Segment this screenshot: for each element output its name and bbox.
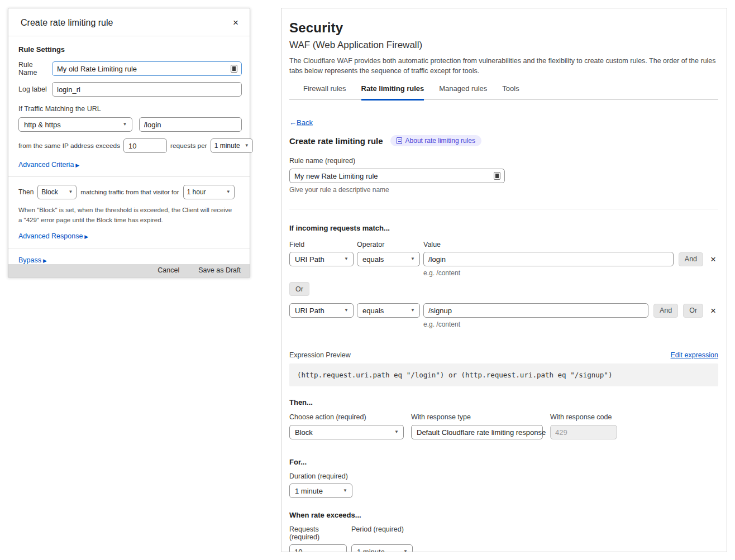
log-label-label: Log label: [18, 85, 52, 93]
action-select[interactable]: Block ▼: [37, 185, 77, 199]
bypass-link[interactable]: Bypass▶: [18, 256, 47, 264]
block-note: When "Block" is set, when the threshold …: [18, 205, 233, 226]
expression-preview-label: Expression Preview: [289, 351, 351, 359]
period-label: Period (required): [351, 525, 404, 541]
doc-icon: [397, 137, 402, 144]
page-description: The Cloudflare WAF provides both automat…: [289, 56, 718, 76]
chevron-down-icon: ▼: [226, 190, 231, 194]
password-manager-icon[interactable]: [231, 65, 237, 73]
chevron-down-icon: ▼: [394, 430, 399, 434]
response-type-select[interactable]: Default Cloudflare rate limiting respons…: [411, 425, 543, 439]
dialog-title: Create rate limiting rule: [21, 18, 113, 28]
triangle-right-icon: ▶: [75, 162, 79, 168]
about-rate-limiting-rules-badge[interactable]: About rate limiting rules: [390, 135, 481, 146]
back-link[interactable]: ←Back: [289, 118, 313, 127]
duration-label: Duration (required): [289, 472, 718, 480]
security-waf-panel: Security WAF (Web Application Firewall) …: [281, 8, 727, 552]
duration-select[interactable]: 1 hour ▼: [183, 185, 235, 199]
operator-column-label: Operator: [357, 241, 420, 248]
threshold-middle: requests per: [170, 142, 207, 150]
duration-select[interactable]: 1 minute ▼: [289, 484, 352, 498]
rule-name-label: Rule Name: [18, 61, 52, 76]
triangle-right-icon: ▶: [43, 258, 47, 264]
requests-input[interactable]: [123, 138, 167, 153]
rule-name-helper: Give your rule a descriptive name: [289, 186, 718, 194]
operator-select[interactable]: equals ▼: [357, 252, 420, 266]
chevron-down-icon: ▼: [123, 122, 127, 127]
divider: [8, 248, 250, 248]
and-button[interactable]: And: [679, 252, 703, 266]
rule-settings-heading: Rule Settings: [18, 45, 242, 54]
chevron-down-icon: ▼: [344, 257, 349, 261]
dialog-body: Rule Settings Rule Name Log label If Tra…: [8, 36, 250, 264]
advanced-criteria-link[interactable]: Advanced Criteria▶: [18, 161, 79, 169]
match-section-title: If incoming requests match...: [289, 224, 718, 232]
rule-name-label: Rule name (required): [289, 157, 718, 165]
requests-label: Requests (required): [289, 525, 347, 541]
chevron-down-icon: ▼: [411, 308, 415, 313]
field-select[interactable]: URI Path ▼: [289, 252, 354, 266]
tab-rate-limiting-rules[interactable]: Rate limiting rules: [361, 84, 424, 100]
period-select[interactable]: 1 minute ▼: [211, 138, 253, 153]
chevron-down-icon: ▼: [343, 489, 347, 493]
choose-action-label: Choose action (required): [289, 413, 404, 421]
requests-input[interactable]: [289, 544, 347, 552]
cancel-button[interactable]: Cancel: [157, 266, 179, 274]
remove-condition-icon[interactable]: ×: [708, 253, 718, 265]
divider: [8, 176, 250, 177]
chevron-down-icon: ▼: [68, 190, 73, 194]
for-section-title: For...: [289, 458, 718, 466]
log-label-input[interactable]: [52, 82, 242, 97]
action-select[interactable]: Block ▼: [289, 425, 404, 439]
rule-name-row: Rule Name: [18, 61, 242, 76]
create-rate-limiting-rule-dialog: Create rate limiting rule × Rule Setting…: [8, 8, 250, 277]
response-code-input: [550, 425, 617, 439]
tab-managed-rules[interactable]: Managed rules: [439, 84, 487, 99]
or-button[interactable]: Or: [683, 304, 703, 318]
operator-select[interactable]: equals ▼: [357, 303, 420, 318]
threshold-prefix: from the same IP address exceeds: [18, 142, 120, 150]
field-column-label: Field: [289, 241, 354, 248]
page-title: Security: [289, 20, 718, 36]
value-input[interactable]: [423, 303, 648, 318]
or-button[interactable]: Or: [289, 282, 309, 296]
tab-firewall-rules[interactable]: Firewall rules: [303, 84, 346, 99]
create-rule-heading: Create rate limiting rule: [289, 136, 383, 146]
triangle-right-icon: ▶: [84, 234, 88, 240]
rule-name-input[interactable]: [289, 169, 505, 183]
expression-code: (http.request.uri.path eq "/login") or (…: [289, 363, 718, 386]
then-middle: matching traffic from that visitor for: [80, 189, 179, 195]
edit-expression-link[interactable]: Edit expression: [671, 351, 718, 359]
condition-row: URI Path ▼ equals ▼ e.g. /content And ×: [289, 252, 718, 277]
traffic-match-label: If Traffic Matching the URL: [18, 105, 242, 113]
divider: [289, 209, 718, 209]
then-label: Then: [18, 188, 34, 196]
condition-row: URI Path ▼ equals ▼ e.g. /content And Or…: [289, 303, 718, 328]
close-icon[interactable]: ×: [231, 17, 241, 28]
response-code-label: With response code: [550, 413, 617, 421]
rate-section-title: When rate exceeds...: [289, 511, 718, 519]
dialog-footer: Cancel Save as Draft: [8, 264, 250, 277]
log-label-row: Log label: [18, 82, 242, 97]
arrow-left-icon: ←: [289, 118, 297, 127]
value-input[interactable]: [423, 252, 674, 266]
rule-name-input[interactable]: [52, 61, 242, 76]
period-select[interactable]: 1 minute ▼: [351, 544, 413, 552]
scheme-select[interactable]: http & https ▼: [18, 117, 132, 132]
chevron-down-icon: ▼: [411, 257, 415, 261]
chevron-down-icon: ▼: [403, 549, 408, 552]
field-select[interactable]: URI Path ▼: [289, 303, 354, 318]
save-as-draft-button[interactable]: Save as Draft: [198, 266, 241, 274]
then-section-title: Then...: [289, 398, 718, 406]
tab-tools[interactable]: Tools: [502, 84, 519, 99]
password-manager-icon[interactable]: [494, 172, 500, 180]
response-type-label: With response type: [411, 413, 543, 421]
page-subtitle: WAF (Web Application Firewall): [289, 40, 718, 51]
remove-condition-icon[interactable]: ×: [708, 305, 718, 317]
value-helper: e.g. /content: [423, 320, 648, 328]
value-helper: e.g. /content: [423, 269, 674, 277]
url-input[interactable]: [139, 117, 242, 132]
chevron-down-icon: ▼: [344, 308, 349, 313]
advanced-response-link[interactable]: Advanced Response▶: [18, 232, 88, 240]
and-button[interactable]: And: [653, 304, 678, 318]
